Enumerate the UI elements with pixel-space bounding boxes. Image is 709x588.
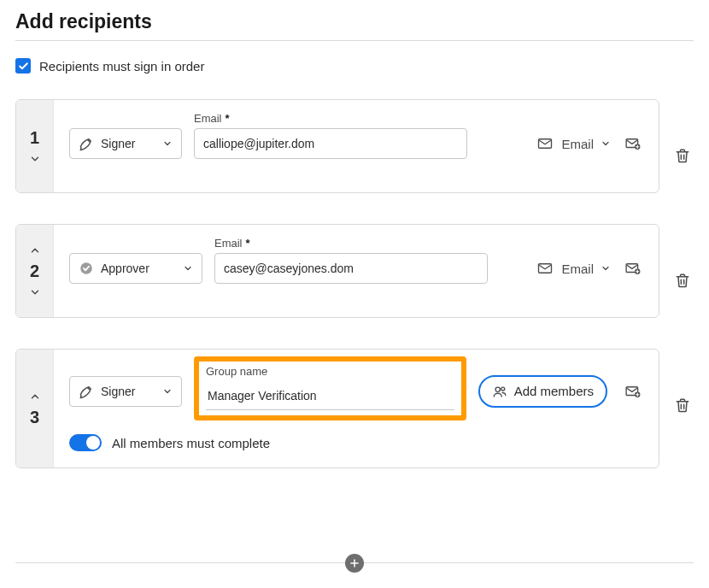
trash-icon — [674, 272, 691, 289]
trash-icon — [674, 147, 691, 164]
delivery-label: Email — [561, 262, 594, 276]
private-message-button[interactable] — [623, 253, 643, 284]
move-down-icon[interactable] — [29, 286, 41, 298]
role-select[interactable]: Signer — [69, 376, 182, 407]
check-circle-icon — [79, 261, 94, 276]
delivery-label: Email — [561, 137, 594, 151]
email-input[interactable] — [214, 253, 488, 284]
role-label: Signer — [101, 137, 135, 150]
move-down-icon[interactable] — [29, 153, 41, 165]
email-input[interactable] — [194, 128, 467, 159]
group-name-label: Group name — [206, 365, 454, 378]
users-icon — [492, 384, 507, 399]
add-recipient-divider — [15, 562, 694, 573]
email-field-label: Email* — [194, 112, 467, 125]
group-name-input[interactable] — [206, 381, 454, 410]
order-number: 2 — [30, 262, 39, 281]
mail-icon — [536, 261, 554, 276]
delete-recipient-button[interactable] — [672, 140, 693, 171]
order-handle-3[interactable]: 3 — [16, 350, 54, 467]
order-number: 1 — [30, 128, 39, 148]
role-label: Signer — [101, 385, 135, 398]
private-message-button[interactable] — [623, 376, 643, 407]
role-select[interactable]: Approver — [69, 253, 202, 284]
order-handle-1[interactable]: 1 — [16, 100, 54, 192]
order-number: 3 — [30, 408, 39, 427]
mail-plus-icon — [624, 261, 642, 276]
mail-icon — [536, 136, 554, 151]
add-recipient-button[interactable] — [345, 554, 364, 573]
page-title: Add recipients — [15, 10, 694, 33]
delete-recipient-button[interactable] — [672, 390, 693, 420]
sign-in-order-label: Recipients must sign in order — [39, 59, 204, 74]
divider — [15, 40, 694, 41]
private-message-button[interactable] — [623, 128, 643, 159]
recipient-card-3: 3 Signer Group name Add members — [15, 349, 659, 468]
recipient-card-1: 1 Signer Email* Email — [15, 99, 659, 193]
sign-in-order-checkbox[interactable] — [15, 58, 31, 74]
mail-plus-icon — [624, 384, 642, 399]
move-up-icon[interactable] — [29, 244, 41, 256]
chevron-down-icon — [162, 386, 173, 397]
pen-icon — [79, 136, 94, 151]
all-members-complete-label: All members must complete — [112, 436, 270, 450]
chevron-down-icon — [601, 138, 611, 149]
role-label: Approver — [101, 262, 149, 275]
all-members-complete-toggle[interactable] — [69, 434, 102, 451]
order-handle-2[interactable]: 2 — [16, 225, 54, 317]
add-members-button[interactable]: Add members — [478, 375, 607, 408]
trash-icon — [674, 397, 691, 414]
delivery-method-select[interactable]: Email — [536, 128, 611, 159]
check-icon — [18, 61, 29, 72]
email-field-label: Email* — [214, 237, 488, 250]
delivery-method-select[interactable]: Email — [536, 253, 611, 284]
mail-plus-icon — [624, 136, 642, 151]
role-select[interactable]: Signer — [69, 128, 182, 159]
delete-recipient-button[interactable] — [672, 265, 693, 296]
group-name-highlight: Group name — [194, 356, 466, 420]
chevron-down-icon — [183, 263, 193, 273]
recipient-card-2: 2 Approver Email* Email — [15, 224, 659, 318]
chevron-down-icon — [162, 138, 173, 149]
pen-icon — [79, 384, 94, 399]
plus-icon — [349, 557, 360, 569]
chevron-down-icon — [601, 263, 611, 273]
add-members-label: Add members — [514, 384, 594, 398]
move-up-icon[interactable] — [29, 391, 41, 403]
